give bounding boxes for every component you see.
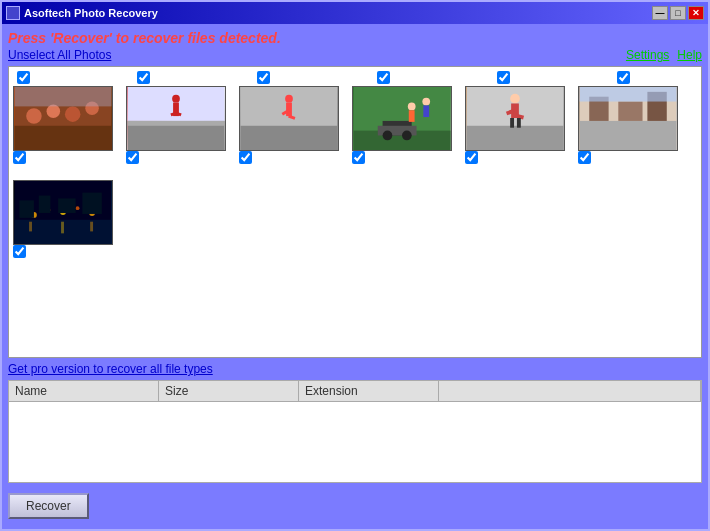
col-header-size: Size (159, 381, 299, 401)
file-table: Name Size Extension (8, 380, 702, 483)
photo-scroll-area[interactable] (9, 67, 701, 357)
photo-thumb-6 (578, 86, 678, 151)
top-checkbox-4[interactable] (377, 71, 390, 84)
window-body: Press 'Recover' to recover files detecte… (2, 24, 708, 529)
photo-item-1 (13, 86, 118, 164)
col-header-rest (439, 381, 701, 401)
svg-point-16 (285, 95, 293, 103)
svg-rect-52 (61, 222, 64, 234)
photo-checkbox-3[interactable] (239, 151, 252, 164)
svg-rect-53 (90, 222, 93, 232)
svg-rect-9 (128, 121, 225, 126)
svg-rect-56 (58, 198, 75, 213)
svg-rect-51 (29, 222, 32, 232)
svg-rect-57 (82, 193, 101, 214)
photos-grid (13, 86, 697, 266)
svg-rect-29 (423, 105, 429, 117)
col-header-name: Name (9, 381, 159, 401)
title-bar-buttons: — □ ✕ (652, 6, 704, 20)
photo-thumb-3 (239, 86, 339, 151)
svg-point-26 (408, 103, 416, 111)
top-checkbox-1[interactable] (17, 71, 30, 84)
bottom-bar: Recover (8, 489, 702, 523)
svg-point-49 (76, 206, 80, 210)
svg-rect-6 (15, 87, 112, 106)
main-window: Asoftech Photo Recovery — □ ✕ Press 'Rec… (0, 0, 710, 531)
top-checkbox-6[interactable] (617, 71, 630, 84)
top-checkbox-2[interactable] (137, 71, 150, 84)
title-bar-left: Asoftech Photo Recovery (6, 6, 158, 20)
photo-item-5 (465, 86, 570, 164)
svg-rect-36 (510, 118, 514, 128)
photo-thumb-5 (465, 86, 565, 151)
maximize-button[interactable]: □ (670, 6, 686, 20)
top-checkbox-5[interactable] (497, 71, 510, 84)
unselect-all-link[interactable]: Unselect All Photos (8, 48, 111, 62)
svg-rect-37 (517, 118, 521, 128)
photo-item-3 (239, 86, 344, 164)
recover-button[interactable]: Recover (8, 493, 89, 519)
svg-rect-17 (286, 103, 292, 117)
top-checkbox-3[interactable] (257, 71, 270, 84)
svg-rect-27 (409, 110, 415, 122)
window-title: Asoftech Photo Recovery (24, 7, 158, 19)
photo-thumb-1 (13, 86, 113, 151)
svg-rect-43 (580, 87, 677, 102)
col-header-extension: Extension (299, 381, 439, 401)
svg-point-28 (422, 98, 430, 106)
svg-point-32 (510, 94, 520, 104)
photo-checkbox-4[interactable] (352, 151, 365, 164)
photo-checkbox-5[interactable] (465, 151, 478, 164)
photo-item-6 (578, 86, 683, 164)
svg-point-25 (402, 131, 412, 141)
close-button[interactable]: ✕ (688, 6, 704, 20)
svg-rect-54 (19, 200, 34, 217)
top-right-links: Settings Help (626, 48, 702, 62)
app-icon (6, 6, 20, 20)
svg-point-4 (65, 106, 81, 122)
photo-checkbox-6[interactable] (578, 151, 591, 164)
photo-checkbox-1[interactable] (13, 151, 26, 164)
svg-rect-15 (241, 126, 338, 150)
svg-point-2 (26, 108, 42, 124)
svg-point-3 (47, 104, 61, 118)
settings-link[interactable]: Settings (626, 48, 669, 62)
top-checkboxes-row (13, 71, 697, 84)
svg-point-24 (383, 131, 393, 141)
svg-rect-55 (39, 196, 51, 213)
svg-point-10 (172, 95, 180, 103)
svg-rect-41 (618, 102, 642, 121)
help-link[interactable]: Help (677, 48, 702, 62)
file-table-body (9, 402, 701, 482)
photo-item-7 (13, 180, 118, 258)
title-bar: Asoftech Photo Recovery — □ ✕ (2, 2, 708, 24)
photo-checkbox-7[interactable] (13, 245, 26, 258)
header-message: Press 'Recover' to recover files detecte… (8, 30, 702, 46)
photo-item-4 (352, 86, 457, 164)
file-table-header: Name Size Extension (9, 381, 701, 402)
photo-panel (8, 66, 702, 358)
minimize-button[interactable]: — (652, 6, 668, 20)
svg-rect-1 (15, 126, 112, 150)
photo-checkbox-2[interactable] (126, 151, 139, 164)
svg-rect-31 (467, 126, 564, 150)
photo-thumb-7 (13, 180, 113, 245)
top-links-row: Unselect All Photos Settings Help (8, 48, 702, 62)
photo-thumb-2 (126, 86, 226, 151)
photo-item-2 (126, 86, 231, 164)
bottom-section: Get pro version to recover all file type… (8, 362, 702, 523)
pro-version-link[interactable]: Get pro version to recover all file type… (8, 362, 702, 376)
photo-thumb-4 (352, 86, 452, 151)
svg-rect-39 (580, 121, 677, 150)
